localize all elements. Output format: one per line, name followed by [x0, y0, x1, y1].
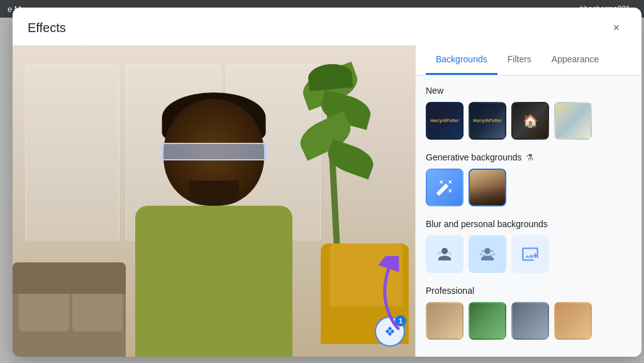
thumb-gen-ai[interactable] [426, 169, 464, 206]
svg-point-5 [491, 250, 494, 252]
section-generative-title: Generative backgrounds [426, 152, 522, 162]
thumb-blur-strong[interactable] [469, 235, 506, 273]
svg-point-1 [448, 252, 450, 254]
person-silhouette [88, 80, 340, 357]
person-beard [189, 181, 239, 206]
thumb-blur-person[interactable] [426, 235, 464, 273]
person-strong-blur-icon [478, 245, 497, 264]
section-generative-thumbs [426, 169, 631, 206]
section-blur-header: Blur and personal backgrounds [426, 219, 631, 229]
svg-point-6 [492, 253, 495, 255]
modal-header: Effects × [13, 8, 641, 45]
thumb-pro3[interactable] [511, 302, 549, 340]
thumb-pro4[interactable] [554, 302, 592, 340]
chair-back [330, 243, 402, 306]
section-generative-header: Generative backgrounds ⚗ [426, 152, 631, 162]
flask-icon: ⚗ [526, 152, 534, 162]
modal-body: ❖ 1 [13, 45, 641, 357]
person-glasses [160, 143, 267, 160]
thumb-bg-replace[interactable] [511, 235, 549, 273]
section-blur-title: Blur and personal backgrounds [426, 219, 548, 229]
wand-icon [436, 179, 453, 196]
thumb-hp2[interactable] [469, 102, 506, 140]
section-professional-header: Professional [426, 286, 631, 296]
tab-backgrounds[interactable]: Backgrounds [426, 45, 497, 75]
section-new-title: New [426, 86, 443, 96]
section-blur: Blur and personal backgrounds [426, 219, 631, 273]
section-professional: Professional [426, 286, 631, 340]
layers-count: 1 [395, 315, 406, 327]
section-professional-title: Professional [426, 286, 474, 296]
tab-appearance[interactable]: Appearance [541, 45, 609, 75]
svg-point-3 [439, 252, 441, 254]
layers-icon: ❖ [384, 324, 396, 339]
thumb-colorful-room[interactable] [554, 102, 592, 140]
tabs-container: Backgrounds Filters Appearance [416, 45, 641, 75]
svg-point-4 [438, 254, 440, 255]
thumb-dark-room[interactable] [511, 102, 549, 140]
svg-point-7 [489, 255, 492, 257]
image-add-icon [521, 245, 539, 263]
svg-point-10 [483, 255, 486, 257]
svg-point-8 [482, 250, 484, 252]
section-new-thumbs [426, 102, 631, 140]
section-new: New [426, 86, 631, 140]
couch-left-cushion [19, 288, 69, 332]
person-shirt [135, 206, 292, 357]
svg-point-9 [480, 253, 482, 255]
section-professional-thumbs [426, 302, 631, 340]
thumb-pro1[interactable] [426, 302, 464, 340]
video-container: ❖ 1 [13, 45, 415, 357]
video-preview: ❖ 1 [13, 45, 415, 357]
modal-title: Effects [28, 21, 66, 35]
right-panel[interactable]: Backgrounds Filters Appearance New [415, 45, 641, 357]
thumb-hp1[interactable] [426, 102, 464, 140]
tab-filters[interactable]: Filters [497, 45, 541, 75]
close-button[interactable]: × [606, 18, 626, 38]
section-generative: Generative backgrounds ⚗ [426, 152, 631, 206]
page-background: e M bhacharma921... Effects × [0, 0, 644, 363]
thumb-pro2[interactable] [469, 302, 506, 340]
layers-badge[interactable]: ❖ 1 [375, 316, 405, 347]
section-new-header: New [426, 86, 631, 96]
person-blur-icon [435, 245, 454, 264]
effects-modal: Effects × [13, 8, 641, 357]
svg-point-2 [450, 254, 452, 255]
section-blur-thumbs [426, 235, 631, 273]
thumb-gen-photo[interactable] [469, 169, 506, 206]
panel-content: New Generative backgrounds [416, 75, 641, 357]
